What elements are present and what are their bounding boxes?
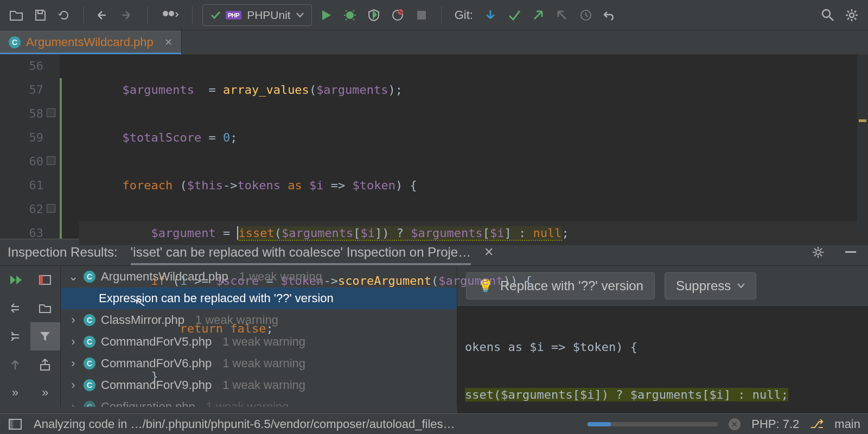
status-bar: Analyzing code in …/bin/.phpunit/phpunit… <box>0 413 868 434</box>
class-file-icon: C <box>84 401 95 407</box>
forward-icon[interactable] <box>118 5 137 25</box>
tree-problem-row[interactable]: Expression can be replaced with '??' ver… <box>61 288 457 309</box>
inspection-tree[interactable]: ⌄ C ArgumentsWildcard.php 1 weak warning… <box>61 266 457 407</box>
code-area[interactable]: $arguments = array_values($arguments); $… <box>60 54 868 239</box>
line-number: 60 <box>0 150 43 174</box>
back-icon[interactable] <box>94 5 113 25</box>
weak-warning-count: 1 weak warning <box>222 335 305 349</box>
collapse-all-icon[interactable] <box>0 322 30 350</box>
save-all-icon[interactable] <box>30 5 50 25</box>
file-name: CommandForV9.php <box>101 378 212 392</box>
weak-warning-count: 1 weak warning <box>239 270 322 284</box>
rollback-icon[interactable] <box>552 5 572 25</box>
code-with-me-icon[interactable] <box>157 5 182 25</box>
chevron-down-icon[interactable]: ⌄ <box>68 270 78 284</box>
editor-tabbar: C ArgumentsWildcard.php ✕ <box>0 30 868 54</box>
warning-mark[interactable] <box>859 119 866 122</box>
history-icon[interactable] <box>576 5 596 25</box>
config-check-icon <box>210 10 220 20</box>
commit-icon[interactable] <box>505 5 524 25</box>
line-number: 62 <box>0 197 43 221</box>
svg-rect-6 <box>417 11 426 20</box>
svg-point-1 <box>163 11 168 16</box>
file-name: ClassMirror.php <box>101 313 184 327</box>
dropdown-icon <box>296 12 304 18</box>
svg-rect-16 <box>9 419 13 429</box>
weak-warning-count: 1 weak warning <box>222 378 305 392</box>
stop-icon[interactable] <box>412 5 431 25</box>
run-icon[interactable] <box>316 5 336 25</box>
svg-point-8 <box>822 10 830 17</box>
settings-icon[interactable] <box>842 5 861 25</box>
undo-icon[interactable] <box>600 5 620 25</box>
class-file-icon: C <box>84 358 95 369</box>
svg-rect-14 <box>41 365 49 370</box>
prev-occurrence-icon[interactable] <box>0 350 30 379</box>
tree-file-row[interactable]: › C CommandForV5.php 1 weak warning <box>61 331 457 353</box>
file-name: CommandForV5.php <box>101 335 212 349</box>
export-icon[interactable] <box>30 350 61 379</box>
stop-process-icon[interactable]: ✕ <box>729 418 741 430</box>
line-number: 58 <box>0 102 43 126</box>
code-editor[interactable]: 56 57 58 59 60 61 62 63 $arguments = arr… <box>0 54 868 239</box>
class-file-icon: C <box>84 271 95 283</box>
weak-warning-count: 1 weak warning <box>222 356 305 371</box>
editor-tab[interactable]: C ArgumentsWildcard.php ✕ <box>0 30 182 54</box>
svg-point-9 <box>850 13 854 17</box>
weak-warning-count: 1 weak warning <box>206 400 289 407</box>
more-h-icon[interactable]: » <box>0 379 30 407</box>
class-file-icon: C <box>84 336 95 348</box>
gutter: 56 57 58 59 60 61 62 63 <box>0 54 60 239</box>
change-marker <box>60 78 63 239</box>
more-h-icon[interactable]: » <box>30 379 61 407</box>
push-icon[interactable] <box>528 5 548 25</box>
refresh-icon[interactable] <box>54 5 74 25</box>
git-label: Git: <box>455 8 473 22</box>
svg-point-2 <box>169 11 174 16</box>
tree-file-row[interactable]: › C CommandForV9.php 1 weak warning <box>61 374 457 396</box>
php-version[interactable]: PHP: 7.2 <box>751 417 799 431</box>
fold-icon[interactable] <box>47 204 55 213</box>
file-name: ArgumentsWildcard.php <box>101 270 228 284</box>
tool-windows-icon[interactable] <box>8 418 23 431</box>
debug-icon[interactable] <box>340 5 360 25</box>
error-stripe[interactable] <box>857 54 868 239</box>
rerun-icon[interactable] <box>0 266 30 294</box>
group-by-dir-icon[interactable] <box>30 294 61 322</box>
git-branch[interactable]: main <box>834 417 860 431</box>
tree-file-row[interactable]: › C CommandForV6.php 1 weak warning <box>61 353 457 374</box>
chevron-right-icon[interactable]: › <box>68 378 78 392</box>
run-config-selector[interactable]: PHP PHPUnit <box>202 4 312 26</box>
chevron-right-icon[interactable]: › <box>68 313 78 327</box>
status-message: Analyzing code in …/bin/.phpunit/phpunit… <box>34 417 455 431</box>
fold-icon[interactable] <box>47 156 55 165</box>
php-badge-icon: PHP <box>226 11 241 20</box>
line-number: 57 <box>0 78 43 102</box>
svg-rect-0 <box>38 10 42 14</box>
update-project-icon[interactable] <box>481 5 500 25</box>
line-number: 59 <box>0 126 43 150</box>
class-file-icon: C <box>84 314 95 326</box>
svg-point-3 <box>346 11 354 19</box>
group-by-severity-icon[interactable] <box>30 266 61 294</box>
tree-file-row[interactable]: › C Configuration.php 1 weak warning <box>61 396 457 407</box>
tree-file-row[interactable]: › C ClassMirror.php 1 weak warning <box>61 309 457 331</box>
filter-icon[interactable] <box>30 322 61 350</box>
class-file-icon: C <box>9 36 21 48</box>
coverage-icon[interactable] <box>364 5 384 25</box>
line-number: 61 <box>0 174 43 197</box>
line-number: 56 <box>0 54 43 78</box>
close-tab-icon[interactable]: ✕ <box>164 36 173 48</box>
expand-all-icon[interactable] <box>0 294 30 322</box>
open-icon[interactable] <box>7 5 26 25</box>
fold-icon[interactable] <box>47 108 55 117</box>
svg-rect-13 <box>40 276 43 284</box>
chevron-right-icon[interactable]: › <box>68 400 78 407</box>
main-toolbar: PHP PHPUnit Git: <box>0 0 868 30</box>
progress-bar[interactable] <box>588 422 718 426</box>
profile-icon[interactable] <box>388 5 407 25</box>
tree-file-row[interactable]: ⌄ C ArgumentsWildcard.php 1 weak warning <box>61 266 457 288</box>
chevron-right-icon[interactable]: › <box>68 335 78 349</box>
chevron-right-icon[interactable]: › <box>68 356 78 371</box>
search-icon[interactable] <box>818 5 838 25</box>
